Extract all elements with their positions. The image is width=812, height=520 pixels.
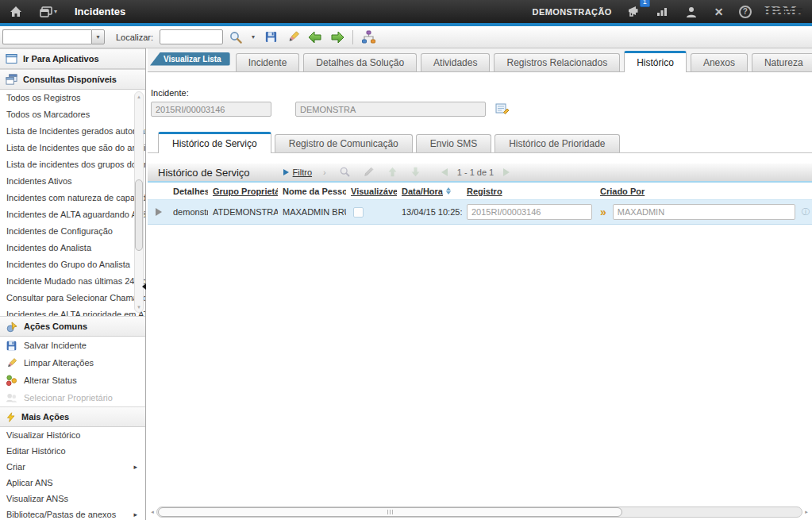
header-criado-por[interactable]: Criado Por — [595, 187, 812, 196]
registro-input[interactable] — [467, 204, 592, 220]
common-actions-label: Ações Comuns — [24, 322, 87, 331]
subtab-registro-de-comunicacao[interactable]: Registro de Comunicação — [275, 134, 413, 152]
sidebar-item-go-to-applications[interactable]: Ir Para Aplicativos — [0, 48, 145, 69]
incident-site-field[interactable] — [295, 102, 486, 117]
header-grupo-proprietario[interactable]: Grupo Proprietário — [208, 187, 278, 196]
profile-icon[interactable] — [683, 2, 699, 21]
filter-link[interactable]: Filtro — [293, 168, 312, 177]
query-item[interactable]: Lista de Incidentes gerados automatic... — [0, 123, 145, 140]
table-row[interactable]: demonstra ATDEMONSTRA MAXADMIN BRUTO ⓘ 1… — [148, 200, 812, 225]
query-item[interactable]: Consultar para Selecionar Chamado... — [0, 290, 145, 306]
search-icon[interactable] — [226, 28, 245, 47]
tab-registros-relacionados[interactable]: Registros Relacionados — [494, 53, 620, 71]
tab-historico[interactable]: Histórico — [624, 51, 687, 72]
visualizavel-checkbox[interactable] — [353, 207, 364, 218]
tab-anexos[interactable]: Anexos — [691, 53, 748, 71]
previous-page-icon[interactable] — [441, 168, 448, 176]
sidebar-section-more-actions[interactable]: Mais Ações — [0, 406, 145, 427]
action-view-history[interactable]: Visualizar Histórico — [0, 427, 145, 443]
help-icon[interactable]: ? — [739, 2, 752, 21]
row-long-description-icon[interactable]: ⓘ — [802, 206, 810, 218]
titlebar-actions: DEMONSTRAÇÃO 1 ✕ ? IBM. — [533, 2, 812, 21]
pagination-label: 1 - 1 de 1 — [457, 168, 494, 177]
action-save-incident[interactable]: Salvar Incidente — [0, 337, 145, 354]
scroll-down-icon[interactable]: ▼ — [135, 302, 143, 312]
action-label: Biblioteca/Pastas de anexos — [6, 510, 116, 519]
query-item[interactable]: Incidentes Ativos — [0, 173, 145, 190]
header-data-hora[interactable]: Data/Hora — [397, 187, 462, 196]
row-detail-menu-icon[interactable]: » — [600, 206, 606, 218]
subtab-envio-sms[interactable]: Envio SMS — [416, 134, 491, 152]
app-switcher-icon[interactable]: ▾ — [35, 2, 62, 21]
tab-incidente[interactable]: Incidente — [236, 53, 300, 71]
query-item[interactable]: Todos os Registros — [0, 90, 145, 106]
tab-natureza[interactable]: Natureza — [752, 53, 812, 71]
announcements-icon[interactable]: 1 — [625, 2, 642, 21]
tab-bar: Visualizar Lista Incidente Detalhes da S… — [148, 48, 812, 72]
record-select-input[interactable] — [2, 29, 91, 44]
header-registro[interactable]: Registro — [462, 187, 595, 196]
query-item[interactable]: Incidentes do Analista — [0, 240, 145, 256]
save-icon[interactable] — [261, 28, 280, 47]
long-description-icon[interactable] — [495, 102, 510, 117]
query-item[interactable]: Incidente Mudado nas últimas 24 horas — [0, 273, 145, 290]
cell-grupo-proprietario: ATDEMONSTRA — [208, 207, 278, 217]
scrollbar-thumb[interactable] — [158, 507, 622, 517]
reports-icon[interactable] — [655, 2, 671, 21]
tab-visualizar-lista[interactable]: Visualizar Lista — [150, 52, 230, 66]
action-create[interactable]: Criar ▸ — [0, 459, 145, 475]
scroll-right-icon[interactable]: ▸ — [802, 507, 810, 518]
incident-id-field[interactable] — [151, 102, 271, 117]
horizontal-scrollbar[interactable]: ◂ ▸ — [148, 506, 810, 518]
subtab-bar: Histórico de Serviço Registro de Comunic… — [148, 131, 812, 153]
action-select-owner: Selecionar Proprietário — [0, 389, 145, 406]
action-apply-sla[interactable]: Aplicar ANS — [0, 475, 145, 491]
cell-detalhes[interactable]: demonstra — [168, 207, 208, 217]
query-item[interactable]: Incidentes de Configuração — [0, 223, 145, 240]
query-item[interactable]: Lista de Incidentes que são do analist..… — [0, 140, 145, 156]
workflow-icon[interactable] — [359, 28, 378, 47]
header-visualizavel[interactable]: Visualizável? — [346, 187, 397, 196]
clear-changes-icon[interactable] — [283, 28, 302, 47]
action-attachment-library[interactable]: Biblioteca/Pastas de anexos ▸ — [0, 507, 145, 520]
query-item[interactable]: Incidentes do Grupo do Analista — [0, 256, 145, 273]
next-record-icon[interactable] — [328, 28, 347, 47]
query-item[interactable]: Incidentes de ALTA prioridade em AT — [0, 306, 145, 316]
criado-por-input[interactable] — [613, 204, 795, 220]
subtab-historico-de-servico[interactable]: Histórico de Serviço — [158, 132, 271, 153]
logout-icon[interactable]: ✕ — [712, 2, 726, 21]
filter-expand-icon[interactable] — [283, 169, 289, 175]
find-label: Localizar: — [116, 33, 153, 42]
tab-atividades[interactable]: Atividades — [421, 53, 490, 71]
previous-record-icon[interactable] — [306, 28, 325, 47]
action-edit-history[interactable]: Editar Histórico — [0, 443, 145, 459]
subtab-historico-de-prioridade[interactable]: Histórico de Prioridade — [495, 134, 619, 152]
scrollbar-track[interactable] — [156, 507, 802, 518]
query-item[interactable]: Incidentes de ALTA aguardando Anál... — [0, 206, 145, 223]
search-options-icon[interactable]: ▾ — [248, 28, 258, 47]
sidebar-collapse-handle[interactable] — [142, 280, 148, 293]
sort-icon[interactable] — [446, 187, 451, 195]
chevron-down-icon[interactable]: ▾ — [91, 29, 105, 44]
scroll-up-icon[interactable]: ▲ — [135, 92, 143, 102]
scrollbar-thumb[interactable] — [135, 179, 143, 251]
scroll-left-icon[interactable]: ◂ — [148, 507, 156, 518]
tab-detalhes-da-solucao[interactable]: Detalhes da Solução — [303, 53, 417, 71]
home-icon[interactable] — [6, 2, 25, 21]
sidebar-section-common-actions[interactable]: Ações Comuns — [0, 316, 145, 337]
action-label: Limpar Alterações — [24, 358, 94, 368]
action-clear-changes[interactable]: Limpar Alterações — [0, 354, 145, 372]
go-to-label: Ir Para Aplicativos — [23, 54, 99, 64]
query-item[interactable]: Lista de incidentes dos grupos do an... — [0, 156, 145, 173]
record-select-combo[interactable]: ▾ — [2, 29, 105, 44]
sidebar-section-available-queries[interactable]: Consultas Disponíveis — [0, 69, 145, 90]
find-input[interactable] — [160, 29, 223, 44]
row-expand-icon[interactable] — [156, 208, 162, 216]
query-item[interactable]: Todos os Marcadores — [0, 106, 145, 123]
table-search-icon — [339, 166, 351, 179]
action-label: Visualizar ANSs — [6, 494, 68, 503]
action-change-status[interactable]: Alterar Status — [0, 372, 145, 389]
next-page-icon[interactable] — [503, 168, 510, 176]
action-view-slas[interactable]: Visualizar ANSs — [0, 491, 145, 507]
query-item[interactable]: Incidentes com natureza de capacidade — [0, 190, 145, 206]
